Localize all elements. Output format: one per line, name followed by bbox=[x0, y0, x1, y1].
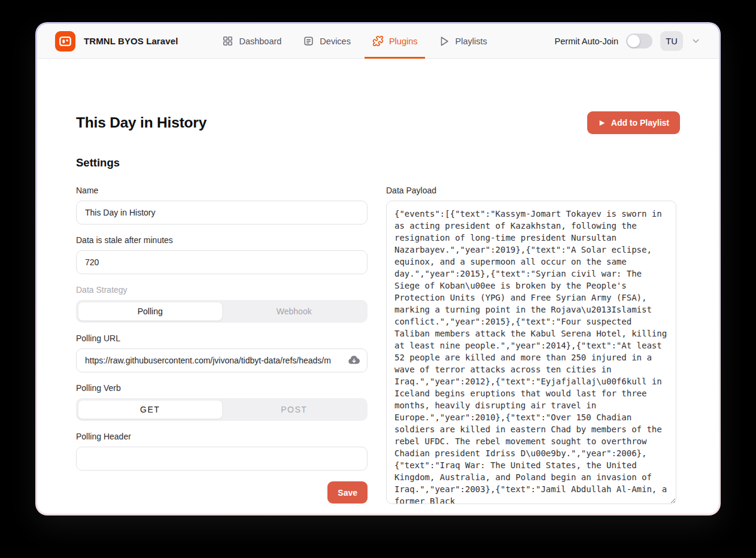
add-to-playlist-label: Add to Playlist bbox=[611, 118, 669, 128]
settings-heading: Settings bbox=[76, 156, 680, 169]
polling-url-input-wrap bbox=[76, 348, 368, 372]
data-strategy-segmented-control: Polling Webhook bbox=[76, 300, 368, 323]
nav-item-playlists[interactable]: Playlists bbox=[431, 24, 494, 59]
grid-icon bbox=[222, 35, 233, 47]
polling-url-input[interactable] bbox=[76, 348, 368, 372]
chevron-down-icon[interactable] bbox=[691, 36, 701, 46]
trmnl-logo-icon bbox=[55, 31, 75, 51]
polling-verb-group: Polling Verb GET POST bbox=[76, 383, 368, 421]
title-row: This Day in History Add to Playlist bbox=[76, 111, 680, 134]
user-avatar[interactable]: TU bbox=[660, 31, 683, 51]
name-field-group: Name bbox=[76, 186, 368, 225]
data-payload-textarea[interactable]: {"events":[{"text":"Kassym-Jomart Tokaye… bbox=[386, 201, 676, 504]
play-icon bbox=[598, 119, 606, 127]
page-content: This Day in History Add to Playlist Sett… bbox=[37, 59, 719, 507]
polling-header-group: Polling Header bbox=[76, 432, 368, 471]
form-left-column: Name Data is stale after minutes Data St… bbox=[76, 186, 368, 504]
app-window: TRMNL BYOS Laravel Dashboard bbox=[37, 24, 719, 514]
data-strategy-group: Data Strategy Polling Webhook bbox=[76, 285, 368, 323]
data-strategy-option-polling[interactable]: Polling bbox=[78, 302, 223, 321]
brand-name: TRMNL BYOS Laravel bbox=[84, 36, 178, 46]
nav-label: Dashboard bbox=[239, 37, 281, 46]
polling-verb-segmented-control: GET POST bbox=[76, 398, 368, 421]
brand: TRMNL BYOS Laravel bbox=[55, 31, 178, 51]
permit-auto-join-label: Permit Auto-Join bbox=[555, 37, 618, 46]
cloud-download-icon[interactable] bbox=[348, 354, 360, 367]
polling-verb-label: Polling Verb bbox=[76, 383, 368, 393]
data-strategy-option-webhook[interactable]: Webhook bbox=[223, 302, 366, 321]
stale-field-group: Data is stale after minutes bbox=[76, 235, 368, 274]
name-label: Name bbox=[76, 186, 368, 195]
play-icon bbox=[439, 36, 450, 47]
polling-header-input[interactable] bbox=[76, 447, 368, 471]
polling-url-group: Polling URL bbox=[76, 333, 368, 372]
puzzle-icon bbox=[372, 35, 384, 47]
nav-label: Playlists bbox=[455, 37, 487, 46]
data-payload-label: Data Payload bbox=[386, 186, 676, 195]
nav-item-devices[interactable]: Devices bbox=[295, 24, 359, 59]
permit-auto-join-toggle[interactable] bbox=[626, 34, 652, 48]
stale-label: Data is stale after minutes bbox=[76, 235, 368, 245]
nav-label: Devices bbox=[320, 37, 351, 46]
save-row: Save bbox=[76, 481, 368, 504]
window-frame: TRMNL BYOS Laravel Dashboard bbox=[35, 22, 721, 515]
polling-header-label: Polling Header bbox=[76, 432, 368, 441]
form-right-column: Data Payload {"events":[{"text":"Kassym-… bbox=[386, 186, 676, 507]
polling-url-label: Polling URL bbox=[76, 333, 368, 343]
nav-item-dashboard[interactable]: Dashboard bbox=[214, 24, 289, 59]
nav-label: Plugins bbox=[389, 37, 418, 46]
toggle-knob bbox=[627, 35, 640, 47]
appbar: TRMNL BYOS Laravel Dashboard bbox=[37, 24, 719, 59]
devices-icon bbox=[303, 35, 314, 47]
name-input[interactable] bbox=[76, 201, 368, 225]
data-strategy-label: Data Strategy bbox=[76, 285, 368, 295]
add-to-playlist-button[interactable]: Add to Playlist bbox=[587, 111, 680, 134]
main-nav: Dashboard Devices bbox=[211, 24, 497, 59]
polling-verb-option-get[interactable]: GET bbox=[78, 400, 223, 419]
polling-verb-option-post[interactable]: POST bbox=[223, 400, 366, 419]
appbar-right: Permit Auto-Join TU bbox=[555, 31, 701, 51]
save-button[interactable]: Save bbox=[327, 481, 368, 504]
page-title: This Day in History bbox=[76, 114, 207, 131]
stale-minutes-input[interactable] bbox=[76, 250, 368, 274]
nav-item-plugins[interactable]: Plugins bbox=[365, 24, 426, 59]
settings-form: Name Data is stale after minutes Data St… bbox=[76, 186, 680, 507]
